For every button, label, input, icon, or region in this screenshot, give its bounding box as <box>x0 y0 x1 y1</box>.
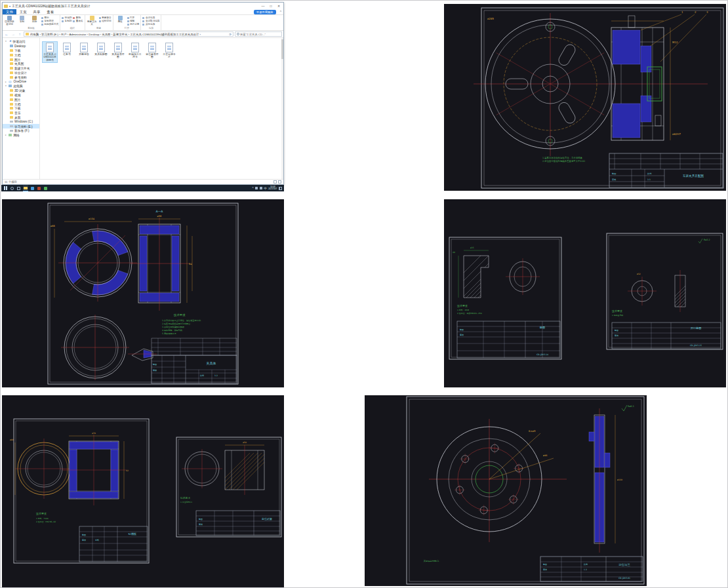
sidebar-quick-access[interactable]: ▾★快速访问 <box>3 39 39 44</box>
refresh-icon[interactable]: ⟳ <box>229 33 232 36</box>
properties-button[interactable]: 属性 <box>115 16 126 24</box>
sidebar-item-desktop2[interactable]: 桌面 <box>3 115 39 120</box>
ribbon-collapse-icon[interactable]: ^ <box>280 10 281 14</box>
paste-shortcut-button[interactable]: 粘贴快捷方式 <box>41 23 58 26</box>
list-view-icon[interactable] <box>273 180 277 184</box>
sidebar-item-downloads[interactable]: 下载 <box>3 49 39 53</box>
sidebar-item-drive-e[interactable]: 学习资料 (E:) <box>3 124 39 128</box>
file-item[interactable]: 工艺过程卡片 <box>161 41 177 63</box>
sidebar-onedrive[interactable]: ▸OneDrive <box>3 79 39 84</box>
file-item[interactable]: 夹具体零件图 <box>110 41 126 63</box>
netdisk-login-button[interactable]: 登录百度网盘 <box>254 10 276 14</box>
easy-access-button[interactable]: 轻松访问 <box>99 20 111 22</box>
tab-home[interactable]: 主页 <box>16 9 30 14</box>
tb-value: 1:2 <box>214 374 218 377</box>
history-button[interactable]: 历史记录 <box>127 23 140 26</box>
forward-button[interactable]: → <box>10 32 16 36</box>
taskbar-cad-button[interactable] <box>37 185 41 191</box>
vertical-scrollbar[interactable] <box>281 38 283 179</box>
tb-label: 制图 <box>153 363 157 366</box>
ribbon-tabs: 文件 主页 共享 查看 登录百度网盘 ^ <box>3 9 283 15</box>
input-language-indicator[interactable]: 中 <box>264 187 267 190</box>
sidebar-item-pictures[interactable]: 图片 <box>3 57 39 62</box>
folder-icon <box>10 54 13 56</box>
sidebar-item-documents[interactable]: 文档 <box>3 52 39 57</box>
sidebar-item-desktop[interactable]: Desktop <box>3 44 39 49</box>
taskbar-search-button[interactable] <box>10 185 14 191</box>
invert-selection-button[interactable]: 反向选择 <box>142 23 159 26</box>
note-line: 2.钻套与钻模板采用H7/n6配合。 <box>162 323 192 325</box>
tab-file[interactable]: 文件 <box>3 9 16 14</box>
taskbar-browser-button[interactable] <box>30 185 35 191</box>
edit-button[interactable]: 编辑 <box>127 20 140 22</box>
tb-label: 审核 <box>153 369 157 372</box>
note-line: 5.表面发黑处理。 <box>162 332 178 335</box>
windows-logo-icon <box>4 186 7 189</box>
dim-label: ø78 <box>92 432 96 435</box>
close-button[interactable]: ✕ <box>275 4 282 8</box>
maximize-button[interactable]: □ <box>268 4 274 8</box>
copy-button[interactable]: 复制 <box>16 16 28 24</box>
taskbar-explorer-button[interactable] <box>23 185 28 191</box>
sidebar-item-music[interactable]: 音乐 <box>3 111 39 115</box>
file-item[interactable]: 开题报告 <box>76 41 92 63</box>
copy-path-button[interactable]: 复制路径 <box>41 20 58 22</box>
clock[interactable]: 16:082021/10/7 <box>268 186 277 191</box>
network-status-icon[interactable] <box>260 187 262 189</box>
new-item-button[interactable]: 新建项目 <box>99 16 111 19</box>
delete-button[interactable]: 删除 <box>73 16 83 19</box>
sidebar-item-drive-c[interactable]: Windows (C:) <box>3 119 39 124</box>
copy-to-button[interactable]: 复制到 <box>62 20 71 22</box>
sidebar-this-pc[interactable]: ▾此电脑 <box>3 84 39 88</box>
select-none-button[interactable]: 全部取消选择 <box>142 20 159 22</box>
search-box[interactable] <box>235 31 282 37</box>
dim-label: ø104 <box>89 218 95 220</box>
back-button[interactable]: ← <box>4 32 9 36</box>
file-item[interactable]: 任务书 <box>59 41 75 63</box>
dim-label: ø62H7 <box>672 132 681 136</box>
sidebar-item-pc-pictures[interactable]: 图片 <box>3 97 39 102</box>
thumbnail-view-icon[interactable] <box>278 180 281 184</box>
notes-title: 技术要求 <box>456 304 468 307</box>
tb-label: 审核 <box>615 334 618 337</box>
open-button[interactable]: 打开 <box>127 16 140 19</box>
sidebar-item-pc-documents[interactable]: 文档 <box>3 102 39 106</box>
sidebar-item-newfolder[interactable]: 新建文件夹 <box>3 66 39 71</box>
sidebar-item-pc-downloads[interactable]: 下载 <box>3 106 39 111</box>
tab-view[interactable]: 查看 <box>43 9 57 14</box>
paste-button[interactable]: 粘贴 <box>29 16 40 24</box>
minimize-button[interactable]: — <box>260 4 266 8</box>
tab-share[interactable]: 共享 <box>30 9 44 14</box>
rename-button[interactable]: 重命名 <box>73 20 83 22</box>
breadcrumb[interactable]: 此电脑 › 学习资料 (E:) › 用户 › Administrator › D… <box>24 31 233 37</box>
cad-drawing-assembly: 1 2 3 ø285 M12 ø62H7 1.装配后各活动件运动灵活，无卡滞现象… <box>444 4 726 191</box>
pin-quick-access-button[interactable]: 固定到快速访问 <box>4 16 15 26</box>
sidebar-item-cankao[interactable]: 参考资料 <box>3 75 39 79</box>
file-item[interactable]: 定位盘零件图 <box>144 41 160 63</box>
file-item[interactable]: 机械加工工序卡 <box>127 41 143 63</box>
ribbon-group-new: 新建文件夹 新建项目 轻松访问 新建 <box>85 15 113 30</box>
sidebar-item-3d-objects[interactable]: 3D 对象 <box>3 88 39 93</box>
start-button[interactable] <box>3 185 8 191</box>
document-icon <box>148 43 156 52</box>
move-to-button[interactable]: 移动到 <box>62 16 71 19</box>
sidebar-item-drive-f[interactable]: 新加卷 (F:) <box>3 128 39 133</box>
search-input[interactable] <box>240 33 280 36</box>
volume-icon[interactable] <box>255 187 258 189</box>
sidebar-item-videos[interactable]: 视频 <box>3 93 39 98</box>
cut-button[interactable]: 剪切 <box>41 16 58 19</box>
quick-access-toolbar-icon[interactable]: ▾ <box>9 5 10 8</box>
drive-icon <box>10 121 13 123</box>
sidebar-item-jiaju[interactable]: 夹具图 <box>3 62 39 66</box>
taskbar-wechat-button[interactable] <box>43 185 48 191</box>
new-folder-button[interactable]: 新建文件夹 <box>87 16 98 26</box>
file-item[interactable]: 工艺夹具-CDM410228说明书 <box>42 41 58 63</box>
select-all-button[interactable]: 全部选择 <box>142 16 159 19</box>
up-button[interactable]: ↑ <box>17 32 22 36</box>
tray-expand-icon[interactable]: ^ <box>253 187 254 190</box>
action-center-icon[interactable] <box>279 187 282 190</box>
sidebar-network[interactable]: ▸网络 <box>3 133 39 138</box>
file-item[interactable]: 夹具装配图 <box>93 41 109 63</box>
sidebar-item-biyesheji[interactable]: 毕业设计 <box>3 71 39 75</box>
task-view-button[interactable] <box>16 185 21 191</box>
